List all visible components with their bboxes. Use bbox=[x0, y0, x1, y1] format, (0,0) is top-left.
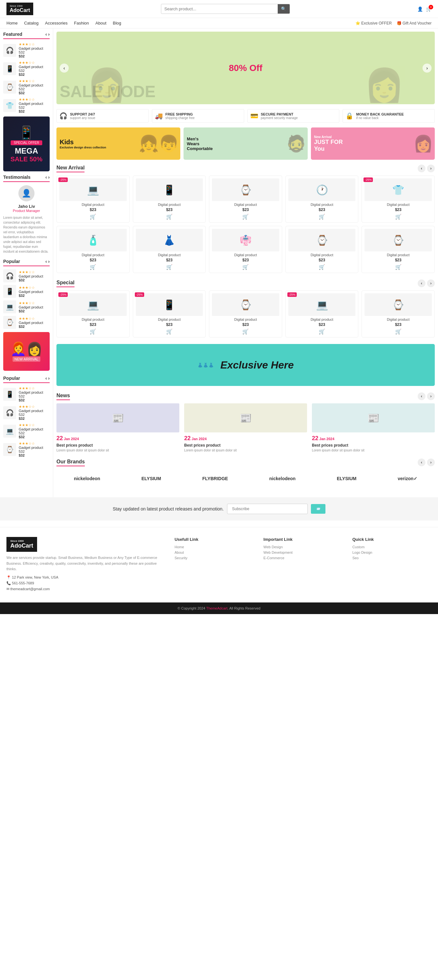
product-card[interactable]: -25% 👕 Digital product $23 🛒 bbox=[362, 175, 435, 223]
footer-quick-seo[interactable]: Seo bbox=[352, 556, 432, 560]
add-to-cart-button[interactable]: 🛒 bbox=[136, 264, 203, 270]
product-image: 👘 bbox=[212, 229, 279, 251]
footer-theme-link[interactable]: ThemeAdcart bbox=[206, 606, 227, 610]
sidebar-list-item[interactable]: 📱 ★★★☆☆ Gadget product $32 bbox=[3, 285, 50, 298]
news-card[interactable]: 📰 22 Jan 2024 Best prices product Lorem … bbox=[184, 403, 307, 452]
product-card[interactable]: ⌚ Digital product $23 🛒 bbox=[209, 175, 282, 223]
featured-nav[interactable]: ‹ › bbox=[46, 32, 50, 37]
footer-important-webdev[interactable]: Web Development bbox=[263, 550, 343, 554]
add-to-cart-button[interactable]: 🛒 bbox=[288, 328, 356, 335]
product-card[interactable]: -25% 💻 Digital product $23 🛒 bbox=[56, 175, 130, 223]
add-to-cart-button[interactable]: 🛒 bbox=[212, 214, 279, 220]
add-to-cart-button[interactable]: 🛒 bbox=[288, 214, 356, 220]
brand-logo[interactable]: FLYBRIDGE bbox=[202, 476, 228, 481]
product-card[interactable]: 👘 Digital product $23 🛒 bbox=[209, 226, 282, 273]
sidebar-list-item[interactable]: ⌚ ★★★☆☆ Gadget product 532 $32 bbox=[3, 79, 50, 95]
add-to-cart-button[interactable]: 🛒 bbox=[365, 214, 432, 220]
add-to-cart-button[interactable]: 🛒 bbox=[365, 328, 432, 335]
search-input[interactable] bbox=[161, 5, 278, 13]
footer-important-ecommerce[interactable]: E-Commerce bbox=[263, 556, 343, 560]
footer-useful-home[interactable]: Home bbox=[175, 545, 254, 549]
product-card[interactable]: -25% 💻 Digital product $23 🛒 bbox=[286, 290, 359, 337]
add-to-cart-button[interactable]: 🛒 bbox=[288, 264, 356, 270]
nav-accessories[interactable]: Accessories bbox=[45, 21, 68, 25]
product-card[interactable]: ⌚ Digital product $23 🛒 bbox=[209, 290, 282, 337]
special-prev[interactable]: ‹ bbox=[418, 280, 425, 287]
footer-useful-security[interactable]: Security bbox=[175, 556, 254, 560]
sidebar-list-item[interactable]: 📱 ★★★☆☆ Gadget product 532 $32 bbox=[3, 60, 50, 76]
sidebar-list-item[interactable]: 👕 ★★★☆☆ Gadget product 532 $32 bbox=[3, 97, 50, 113]
exclusive-offer-link[interactable]: ⭐ Exclusive OFFER bbox=[355, 21, 392, 25]
search-button[interactable]: 🔍 bbox=[278, 4, 290, 14]
add-to-cart-button[interactable]: 🛒 bbox=[212, 328, 279, 335]
site-logo[interactable]: Since 1900 AdoCart bbox=[6, 3, 33, 15]
nav-blog[interactable]: Blog bbox=[113, 21, 121, 25]
product-card[interactable]: 🕐 Digital product $23 🛒 bbox=[286, 175, 359, 223]
sidebar-list-item[interactable]: 🎧 ★★★☆☆ Gadget product 532 $32 bbox=[3, 405, 50, 420]
product-card[interactable]: 🧴 Digital product $23 🛒 bbox=[56, 226, 130, 273]
product-card[interactable]: ⌚ Digital product $23 🛒 bbox=[286, 226, 359, 273]
popular2-nav[interactable]: ‹ › bbox=[46, 375, 50, 381]
brand-logo[interactable]: verizon✓ bbox=[398, 476, 417, 481]
sidebar-list-item[interactable]: 💻 ★★★☆☆ Gadget product $32 bbox=[3, 301, 50, 313]
sidebar-item-price: $32 bbox=[19, 325, 50, 328]
product-card[interactable]: ⌚ Digital product $23 🛒 bbox=[362, 226, 435, 273]
newsletter-submit[interactable]: 📨 bbox=[311, 504, 325, 514]
support-icon: 🎧 bbox=[59, 112, 67, 120]
news-card[interactable]: 📰 22 Jan 2024 Best prices product Lorem … bbox=[312, 403, 435, 452]
brand-logo[interactable]: nickelodeon bbox=[269, 476, 296, 481]
footer-important-webdesign[interactable]: Web Design bbox=[263, 545, 343, 549]
sidebar-list-item[interactable]: 📱 ★★★☆☆ Gadget product 532 $32 bbox=[3, 386, 50, 402]
product-card[interactable]: -25% 📱 Digital product $23 🛒 bbox=[133, 290, 206, 337]
sidebar-list-item[interactable]: 🎧 ★★★☆☆ Gadget product 532 $32 bbox=[3, 42, 50, 58]
category-arrival[interactable]: New ArrivalJUST FORYou 👩 bbox=[311, 127, 435, 160]
cart-icon[interactable]: 🛒 0 bbox=[426, 6, 432, 12]
add-to-cart-button[interactable]: 🛒 bbox=[365, 264, 432, 270]
product-card[interactable]: 👗 Digital product $23 🛒 bbox=[133, 226, 206, 273]
sidebar-list-item[interactable]: ⌚ ★★★☆☆ Gadget product $32 bbox=[3, 316, 50, 329]
hero-slider-next[interactable]: › bbox=[422, 64, 432, 73]
newsletter-input[interactable] bbox=[227, 504, 308, 514]
add-to-cart-button[interactable]: 🛒 bbox=[136, 214, 203, 220]
new-arrival-prev[interactable]: ‹ bbox=[418, 165, 425, 172]
user-icon[interactable]: 👤 bbox=[417, 6, 423, 12]
brand-logo[interactable]: ELYSIUM bbox=[337, 476, 356, 481]
product-card[interactable]: 📱 Digital product $23 🛒 bbox=[133, 175, 206, 223]
category-kids[interactable]: Kids Exclusive design dress collection 👧… bbox=[56, 127, 180, 160]
sidebar-list-item[interactable]: 🎧 ★★★☆☆ Gadget product $32 bbox=[3, 269, 50, 282]
nav-home[interactable]: Home bbox=[6, 21, 18, 25]
popular1-nav[interactable]: ‹ › bbox=[46, 259, 50, 264]
nav-about[interactable]: About bbox=[95, 21, 106, 25]
hero-slider-prev[interactable]: ‹ bbox=[60, 64, 69, 73]
news-prev[interactable]: ‹ bbox=[418, 392, 425, 400]
add-to-cart-button[interactable]: 🛒 bbox=[212, 264, 279, 270]
gift-voucher-link[interactable]: 🎁 Gift And Voucher bbox=[397, 21, 432, 25]
product-card[interactable]: ⌚ Digital product $23 🛒 bbox=[362, 290, 435, 337]
new-arrival-next[interactable]: › bbox=[427, 165, 435, 172]
brands-next[interactable]: › bbox=[427, 458, 435, 466]
product-price: $23 bbox=[136, 207, 203, 212]
product-card[interactable]: -25% 💻 Digital product $23 🛒 bbox=[56, 290, 130, 337]
testimonials-nav[interactable]: ‹ › bbox=[46, 175, 50, 180]
special-title: Special bbox=[56, 280, 75, 287]
footer-quick-logo[interactable]: Logo Design bbox=[352, 550, 432, 554]
brand-logo[interactable]: nickelodeon bbox=[74, 476, 100, 481]
add-to-cart-button[interactable]: 🛒 bbox=[59, 328, 127, 335]
add-to-cart-button[interactable]: 🛒 bbox=[136, 328, 203, 335]
feature-support: 🎧 SUPPORT 24/7 support any issue bbox=[56, 109, 149, 123]
brand-logo[interactable]: ELYSIUM bbox=[141, 476, 161, 481]
sidebar-list-item[interactable]: ⌚ ★★★☆☆ Gadget product 532 $32 bbox=[3, 441, 50, 457]
popular2-section-title: Popular ‹ › bbox=[3, 375, 50, 383]
special-next[interactable]: › bbox=[427, 280, 435, 287]
add-to-cart-button[interactable]: 🛒 bbox=[59, 214, 127, 220]
footer-useful-about[interactable]: About bbox=[175, 550, 254, 554]
nav-fashion[interactable]: Fashion bbox=[74, 21, 89, 25]
nav-catalog[interactable]: Catalog bbox=[24, 21, 39, 25]
news-next[interactable]: › bbox=[427, 392, 435, 400]
brands-prev[interactable]: ‹ bbox=[418, 458, 425, 466]
sidebar-list-item[interactable]: 💻 ★★★☆☆ Gadget product 532 $32 bbox=[3, 423, 50, 439]
category-mens[interactable]: Men'sWearsComportable 🧔 bbox=[184, 127, 307, 160]
footer-quick-custom[interactable]: Custom bbox=[352, 545, 432, 549]
add-to-cart-button[interactable]: 🛒 bbox=[59, 264, 127, 270]
news-card[interactable]: 📰 22 Jan 2024 Best prices product Lorem … bbox=[56, 403, 179, 452]
